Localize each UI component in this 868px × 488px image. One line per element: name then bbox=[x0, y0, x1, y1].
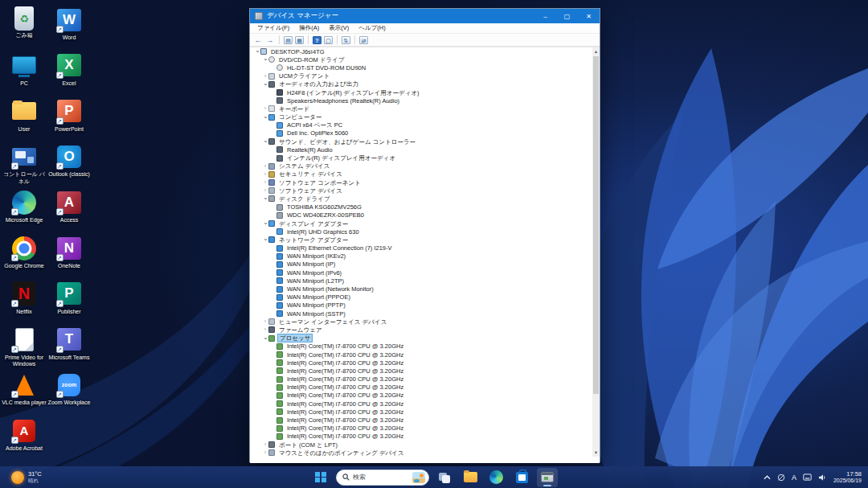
expand-chevron-icon[interactable]: › bbox=[262, 114, 268, 121]
tree-item[interactable]: ›インテル(R) ディスプレイ用オーディオ bbox=[250, 154, 592, 162]
scroll-down-icon[interactable]: ▼ bbox=[592, 449, 600, 457]
desktop-icon-netflix[interactable]: N↗Netflix bbox=[2, 281, 47, 316]
expand-chevron-icon[interactable]: › bbox=[262, 56, 268, 63]
tree-item-label[interactable]: ディスプレイ アダプター bbox=[277, 220, 350, 228]
tree-item-label[interactable]: WAN Miniport (IPv6) bbox=[285, 269, 343, 277]
search-box[interactable]: 検索 bbox=[336, 470, 429, 486]
tree-item[interactable]: ›UCMクライアント bbox=[250, 72, 592, 80]
start-button[interactable] bbox=[310, 468, 331, 487]
taskbar-clock[interactable]: 17:58 2025/06/19 bbox=[833, 471, 862, 484]
tree-item-label[interactable]: WAN Miniport (Network Monitor) bbox=[285, 285, 375, 293]
scroll-up-icon[interactable]: ▲ bbox=[592, 47, 600, 55]
tree-item-label[interactable]: システム デバイス bbox=[277, 162, 332, 170]
tree-item-label[interactable]: ACPI x64 ベース PC bbox=[285, 121, 344, 129]
tree-item[interactable]: ›コンピューター bbox=[250, 113, 592, 121]
desktop-icon-teams[interactable]: T↗Microsoft Teams bbox=[47, 326, 92, 362]
tree-item-label[interactable]: セキュリティ デバイス bbox=[277, 170, 344, 178]
tree-item-label[interactable]: UCMクライアント bbox=[277, 72, 331, 80]
desktop-icon-recycle[interactable]: ♻ごみ箱 bbox=[2, 6, 47, 39]
hidden-icons-chevron-icon[interactable] bbox=[764, 475, 771, 480]
tree-item-label[interactable]: Intel(R) Core(TM) i7-8700 CPU @ 3.20GHz bbox=[285, 408, 405, 416]
ime-indicator[interactable]: A bbox=[792, 474, 796, 482]
tree-item[interactable]: ›Intel(R) Core(TM) i7-8700 CPU @ 3.20GHz bbox=[250, 359, 592, 367]
tree-item[interactable]: ›Intel(R) Core(TM) i7-8700 CPU @ 3.20GHz bbox=[250, 367, 592, 375]
tree-item[interactable]: ›Intel(R) Core(TM) i7-8700 CPU @ 3.20GHz bbox=[250, 424, 592, 433]
tree-item[interactable]: ›ディスプレイ アダプター bbox=[250, 219, 592, 228]
help-icon[interactable]: ? bbox=[313, 36, 321, 44]
forward-icon[interactable]: → bbox=[265, 35, 275, 44]
expand-chevron-icon[interactable]: › bbox=[262, 326, 268, 333]
tree-item[interactable]: ›プロセッサ bbox=[250, 334, 592, 342]
desktop-icon-cpanel[interactable]: ↗コントロール パネル bbox=[2, 143, 47, 185]
touch-keyboard-icon[interactable] bbox=[803, 474, 812, 481]
vertical-scrollbar[interactable]: ▲ ▼ bbox=[592, 47, 600, 457]
expand-chevron-icon[interactable]: › bbox=[262, 318, 268, 325]
tree-item[interactable]: ›Intel(R) Core(TM) i7-8700 CPU @ 3.20GHz bbox=[250, 416, 592, 424]
desktop-icon-onenote[interactable]: N↗OneNote bbox=[47, 235, 92, 270]
tree-item-label[interactable]: プロセッサ bbox=[277, 334, 313, 342]
expand-chevron-icon[interactable]: › bbox=[254, 48, 260, 55]
properties-icon[interactable]: ▦ bbox=[295, 36, 304, 44]
expand-chevron-icon[interactable]: › bbox=[262, 187, 268, 194]
tree-item[interactable]: ›WAN Miniport (IPv6) bbox=[250, 269, 592, 277]
tree-item-label[interactable]: ソフトウェア コンポーネント bbox=[277, 179, 362, 187]
tree-item-label[interactable]: H24F8 (インテル(R) ディスプレイ用オーディオ) bbox=[285, 89, 421, 96]
menu-item[interactable]: ファイル(F) bbox=[252, 24, 294, 32]
tree-item-label[interactable]: WAN Miniport (IP) bbox=[285, 260, 337, 268]
expand-chevron-icon[interactable]: › bbox=[262, 81, 268, 88]
file-explorer-button[interactable] bbox=[460, 468, 481, 487]
tree-item-label[interactable]: WAN Miniport (PPTP) bbox=[285, 301, 347, 309]
tree-item-label[interactable]: Intel(R) Core(TM) i7-8700 CPU @ 3.20GHz bbox=[285, 351, 405, 359]
task-view-button[interactable] bbox=[434, 468, 455, 487]
tree-item[interactable]: ›WAN Miniport (PPTP) bbox=[250, 301, 592, 310]
tree-item[interactable]: ›Intel(R) UHD Graphics 630 bbox=[250, 228, 592, 236]
tree-item-label[interactable]: HL-DT-ST DVD-ROM DU90N bbox=[285, 64, 367, 72]
window-list-icon[interactable]: ▢ bbox=[324, 36, 333, 44]
tree-item-label[interactable]: Intel(R) Core(TM) i7-8700 CPU @ 3.20GHz bbox=[285, 416, 405, 424]
menu-item[interactable]: ヘルプ(H) bbox=[354, 24, 390, 32]
desktop-icon-acrobat[interactable]: A↗Adobe Acrobat bbox=[2, 417, 47, 453]
maximize-button[interactable]: ▢ bbox=[556, 9, 578, 23]
expand-chevron-icon[interactable]: › bbox=[262, 163, 268, 170]
tree-item[interactable]: ›Intel(R) Core(TM) i7-8700 CPU @ 3.20GHz bbox=[250, 392, 592, 400]
scan-hardware-icon[interactable]: ⇅ bbox=[342, 36, 350, 44]
desktop-icon-pc[interactable]: PC bbox=[2, 52, 47, 88]
tree-item[interactable]: ›Dell Inc. OptiPlex 5060 bbox=[250, 129, 592, 137]
volume-icon[interactable] bbox=[818, 474, 827, 482]
expand-chevron-icon[interactable]: › bbox=[262, 441, 268, 448]
tree-item[interactable]: ›Intel(R) Core(TM) i7-8700 CPU @ 3.20GHz bbox=[250, 351, 592, 359]
expand-chevron-icon[interactable]: › bbox=[262, 138, 268, 145]
computer-monitor-icon[interactable]: 🖳 bbox=[359, 36, 368, 44]
scrollbar-thumb[interactable] bbox=[593, 56, 599, 394]
tree-item-label[interactable]: ポート (COM と LPT) bbox=[277, 441, 339, 449]
tree-item[interactable]: ›ソフトウェア デバイス bbox=[250, 187, 592, 195]
desktop-icon-edge[interactable]: ↗Microsoft Edge bbox=[2, 189, 47, 224]
expand-chevron-icon[interactable]: › bbox=[262, 195, 268, 202]
tree-item-label[interactable]: Intel(R) Core(TM) i7-8700 CPU @ 3.20GHz bbox=[285, 424, 405, 432]
console-tree-icon[interactable]: ▤ bbox=[284, 36, 293, 44]
tree-item-label[interactable]: Intel(R) Core(TM) i7-8700 CPU @ 3.20GHz bbox=[285, 359, 405, 367]
device-manager-taskbar-button[interactable] bbox=[537, 468, 558, 487]
expand-chevron-icon[interactable]: › bbox=[262, 73, 268, 80]
tree-item[interactable]: ›Intel(R) Core(TM) i7-8700 CPU @ 3.20GHz bbox=[250, 342, 592, 351]
tree-item-label[interactable]: Intel(R) Core(TM) i7-8700 CPU @ 3.20GHz bbox=[285, 400, 405, 408]
desktop-icon-outlook[interactable]: O↗Outlook (classic) bbox=[47, 143, 92, 178]
desktop-icon-word[interactable]: W↗Word bbox=[47, 6, 92, 42]
tree-item[interactable]: ›HL-DT-ST DVD-ROM DU90N bbox=[250, 64, 592, 72]
tree-item-label[interactable]: ディスク ドライブ bbox=[277, 195, 332, 203]
tree-item[interactable]: ›DESKTOP-J6sI4TG bbox=[250, 47, 592, 55]
tree-item[interactable]: ›WAN Miniport (SSTP) bbox=[250, 310, 592, 318]
tree-item-label[interactable]: インテル(R) ディスプレイ用オーディオ bbox=[285, 154, 397, 162]
tree-item-label[interactable]: Intel(R) Ethernet Connection (7) I219-V bbox=[285, 244, 393, 252]
store-button[interactable] bbox=[511, 468, 532, 487]
expand-chevron-icon[interactable]: › bbox=[262, 171, 268, 178]
tree-item[interactable]: ›ネットワーク アダプター bbox=[250, 236, 592, 244]
tree-item-label[interactable]: Speakers/Headphones (Realtek(R) Audio) bbox=[285, 97, 401, 105]
tree-item-label[interactable]: オーディオの入力および出力 bbox=[277, 80, 360, 88]
tree-item[interactable]: ›H24F8 (インテル(R) ディスプレイ用オーディオ) bbox=[250, 88, 592, 96]
tree-item[interactable]: ›ポート (COM と LPT) bbox=[250, 441, 592, 449]
expand-chevron-icon[interactable]: › bbox=[262, 220, 268, 227]
tree-item-label[interactable]: キーボード bbox=[277, 105, 311, 113]
expand-chevron-icon[interactable]: › bbox=[262, 179, 268, 186]
desktop-icon-access[interactable]: A↗Access bbox=[47, 189, 92, 224]
